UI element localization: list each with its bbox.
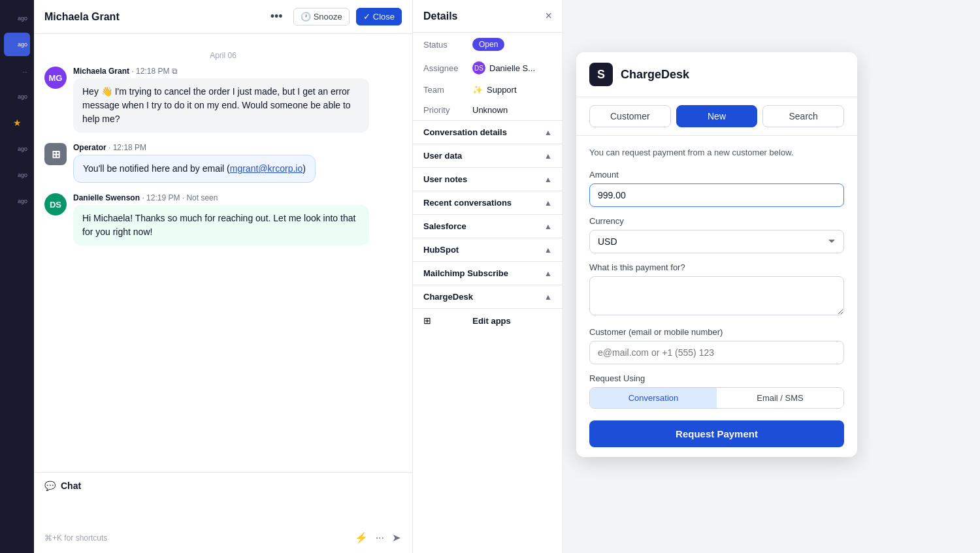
amount-field-group: Amount xyxy=(589,170,844,207)
avatar: MG xyxy=(44,67,67,89)
assignee-label: Assignee xyxy=(423,63,466,73)
details-header: Details × xyxy=(413,0,563,33)
sidebar-item-3[interactable]: ... xyxy=(4,59,30,82)
sender-name: Operator xyxy=(73,143,106,152)
support-icon: ✨ xyxy=(472,85,483,95)
email-link[interactable]: mgrant@krcorp.io xyxy=(230,163,302,174)
priority-label: Priority xyxy=(423,105,466,115)
message-row: DS Danielle Swenson · 12:19 PM · Not see… xyxy=(44,193,402,245)
sidebar-item-5[interactable]: ★ xyxy=(4,111,30,134)
chat-panel: Michaela Grant ••• 🕐 Snooze ✓ Close Apri… xyxy=(34,0,413,553)
request-conversation-option[interactable]: Conversation xyxy=(590,388,717,408)
sender-name: Michaela Grant xyxy=(73,67,129,76)
currency-field-group: Currency USD EUR GBP CAD AUD xyxy=(589,216,844,253)
section-recent-conversations[interactable]: Recent conversations ▲ xyxy=(413,191,563,214)
chat-input[interactable] xyxy=(44,496,402,522)
sender-name: Danielle Swenson xyxy=(73,193,140,202)
chevron-up-icon: ▲ xyxy=(544,222,552,231)
details-panel: Details × Status Open Assignee DS Daniel… xyxy=(413,0,563,553)
status-value: Open xyxy=(472,38,504,51)
amount-label: Amount xyxy=(589,170,844,180)
status-badge: Open xyxy=(472,38,504,51)
request-using-group: Request Using Conversation Email / SMS xyxy=(589,373,844,409)
operator-icon: ⊞ xyxy=(52,148,60,161)
tab-new[interactable]: New xyxy=(676,105,758,127)
message-bubble-operator: You'll be notified here and by email (mg… xyxy=(73,155,316,183)
chat-input-header: 💬 Chat xyxy=(44,481,402,491)
chargedesk-panel: S ChargeDesk Customer New Search You can… xyxy=(576,52,857,457)
message-bubble-agent: Hi Michaela! Thanks so much for reaching… xyxy=(73,205,369,245)
currency-label: Currency xyxy=(589,216,844,226)
sidebar-item-2[interactable]: ago xyxy=(4,33,30,56)
background-area xyxy=(870,0,980,553)
keyboard-shortcut-hint: ⌘+K for shortcuts xyxy=(44,533,107,543)
section-chargedesk[interactable]: ChargeDesk ▲ xyxy=(413,285,563,308)
cd-body: You can request payment from a new custo… xyxy=(576,136,857,457)
request-email-sms-option[interactable]: Email / SMS xyxy=(717,388,843,408)
request-using-label: Request Using xyxy=(589,373,844,383)
section-user-data[interactable]: User data ▲ xyxy=(413,144,563,167)
payment-for-label: What is this payment for? xyxy=(589,262,844,272)
payment-for-field-group: What is this payment for? xyxy=(589,262,844,318)
message-content: Operator · 12:18 PM You'll be notified h… xyxy=(73,143,402,183)
cd-tabs: Customer New Search xyxy=(576,97,857,136)
sidebar-item-1[interactable]: ago xyxy=(4,7,30,30)
message-row: MG Michaela Grant · 12:18 PM ⧉ Hey 👋 I'm… xyxy=(44,67,402,133)
payment-for-input[interactable] xyxy=(589,276,844,315)
message-bubble: Hey 👋 I'm trying to cancel the order I j… xyxy=(73,78,369,133)
message-meta: Michaela Grant · 12:18 PM ⧉ xyxy=(73,67,402,76)
sidebar-item-4[interactable]: ago xyxy=(4,85,30,108)
section-conversation-details[interactable]: Conversation details ▲ xyxy=(413,120,563,144)
cd-header: S ChargeDesk xyxy=(576,52,857,97)
checkmark-icon: ✓ xyxy=(363,12,370,22)
message-content: Danielle Swenson · 12:19 PM · Not seen H… xyxy=(73,193,402,245)
send-button[interactable]: ➤ xyxy=(391,530,402,545)
chat-messages: April 06 MG Michaela Grant · 12:18 PM ⧉ … xyxy=(34,34,412,472)
assignee-row: Assignee DS Danielle S... xyxy=(413,56,563,80)
main-container: Michaela Grant ••• 🕐 Snooze ✓ Close Apri… xyxy=(34,0,980,553)
team-row: Team ✨ Support xyxy=(413,80,563,100)
chat-header: Michaela Grant ••• 🕐 Snooze ✓ Close xyxy=(34,0,412,34)
amount-input[interactable] xyxy=(589,183,844,207)
sidebar-item-8[interactable]: ago xyxy=(4,189,30,213)
chat-input-footer: ⌘+K for shortcuts ⚡ ··· ➤ xyxy=(44,530,402,545)
section-edit-apps[interactable]: ⊞ Edit apps xyxy=(413,308,563,332)
details-title: Details xyxy=(423,10,457,22)
chat-input-area: 💬 Chat ⌘+K for shortcuts ⚡ ··· ➤ xyxy=(34,472,412,553)
chargedesk-title: ChargeDesk xyxy=(621,68,689,82)
snooze-button[interactable]: 🕐 Snooze xyxy=(293,8,350,25)
close-button[interactable]: ✓ Close xyxy=(356,8,402,25)
section-salesforce[interactable]: Salesforce ▲ xyxy=(413,214,563,238)
chat-input-label: Chat xyxy=(61,481,81,491)
input-actions: ⚡ ··· ➤ xyxy=(353,530,402,545)
details-close-button[interactable]: × xyxy=(545,9,552,23)
customer-input[interactable] xyxy=(589,341,844,364)
sidebar-item-7[interactable]: ago xyxy=(4,163,30,187)
customer-label: Customer (email or mobile number) xyxy=(589,327,844,337)
tab-customer[interactable]: Customer xyxy=(589,105,671,127)
assignee-value: DS Danielle S... xyxy=(472,61,535,74)
avatar-operator: ⊞ xyxy=(44,143,67,165)
section-user-notes[interactable]: User notes ▲ xyxy=(413,167,563,191)
section-mailchimp[interactable]: Mailchimp Subscribe ▲ xyxy=(413,261,563,285)
section-hubspot[interactable]: HubSpot ▲ xyxy=(413,238,563,261)
lightning-button[interactable]: ⚡ xyxy=(353,530,369,545)
message-row: ⊞ Operator · 12:18 PM You'll be notified… xyxy=(44,143,402,183)
tab-search[interactable]: Search xyxy=(762,105,844,127)
chargedesk-logo: S xyxy=(589,63,613,86)
request-payment-button[interactable]: Request Payment xyxy=(589,420,844,447)
status-row: Status Open xyxy=(413,33,563,56)
chevron-up-icon: ▲ xyxy=(544,292,552,302)
more-actions-button[interactable]: ··· xyxy=(374,531,385,545)
more-options-button[interactable]: ••• xyxy=(267,8,287,25)
copy-icon[interactable]: ⧉ xyxy=(172,67,178,76)
priority-row: Priority Unknown xyxy=(413,100,563,120)
message-meta: Operator · 12:18 PM xyxy=(73,143,402,152)
priority-value: Unknown xyxy=(472,105,508,115)
currency-select[interactable]: USD EUR GBP CAD AUD xyxy=(589,230,844,253)
team-label: Team xyxy=(423,85,466,95)
chevron-up-icon: ▲ xyxy=(544,128,552,137)
chat-icon: 💬 xyxy=(44,481,56,491)
sidebar-item-6[interactable]: ago xyxy=(4,137,30,161)
chevron-up-icon: ▲ xyxy=(544,198,552,208)
